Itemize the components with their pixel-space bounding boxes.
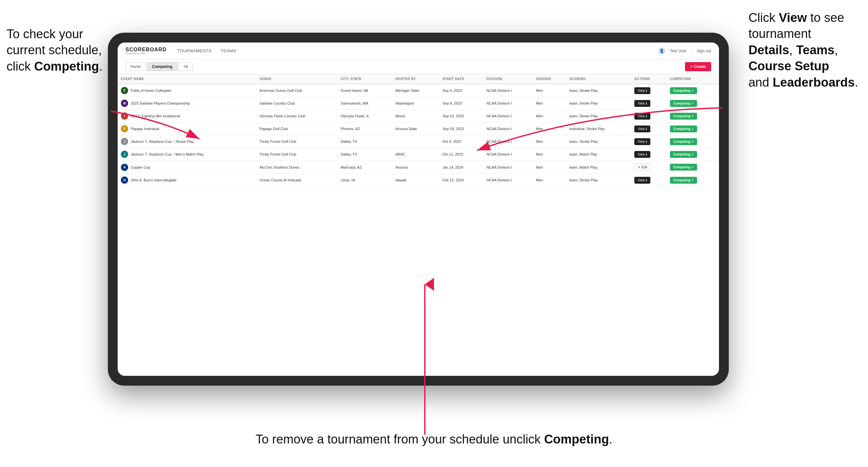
col-division: DIVISION xyxy=(483,74,533,84)
annotation-left: To check your current schedule, click Co… xyxy=(6,26,102,74)
competing-button-6[interactable]: Competing ✓ xyxy=(670,164,697,170)
nav-links: TOURNAMENTS TEAMS xyxy=(177,49,658,53)
event-name-cell-6: A Copper Cup xyxy=(118,161,256,174)
hosted-by-cell-5: ABAC xyxy=(392,148,439,161)
annotation-right-bold5: Leaderboards xyxy=(773,75,855,89)
hosted-by-cell-2: Illinois xyxy=(392,110,439,123)
nav-teams[interactable]: TEAMS xyxy=(221,49,236,53)
competing-button-0[interactable]: Competing ✓ xyxy=(670,87,697,94)
start-date-cell-5: Oct 11, 2023 xyxy=(439,148,483,161)
city-state-cell-5: Dallas, TX xyxy=(337,148,392,161)
start-date-cell-7: Feb 15, 2024 xyxy=(439,174,483,187)
scoring-cell-3: individual, Stroke Play xyxy=(566,123,631,135)
start-date-cell-1: Sep 9, 2023 xyxy=(439,97,483,110)
division-cell-4: NCAA Division I xyxy=(483,135,533,148)
gender-cell-5: Men xyxy=(533,148,566,161)
competing-cell-2: Competing ✓ xyxy=(667,110,719,123)
division-cell-3: NCAA Division I xyxy=(483,123,533,135)
table-row: H John A. Burns Intercollegiate Ocean Co… xyxy=(118,174,719,187)
tablet: SCOREBOARD Powered by clipp TOURNAMENTS … xyxy=(108,33,729,385)
event-name-text-4: Jackson T. Stephens Cup – Stroke Play xyxy=(131,139,194,144)
competing-button-3[interactable]: Competing ✓ xyxy=(670,125,697,132)
annotation-right-bold4: Course Setup xyxy=(748,59,829,73)
city-state-cell-3: Phoenix, AZ xyxy=(337,123,392,135)
nav-tournaments[interactable]: TOURNAMENTS xyxy=(177,49,212,53)
team-logo-5: J xyxy=(121,151,128,158)
venue-cell-1: Sahalee Country Club xyxy=(256,97,337,110)
actions-cell-4: View ℹ xyxy=(631,135,667,148)
table-header-row: EVENT NAME VENUE CITY, STATE HOSTED BY S… xyxy=(118,74,719,84)
view-button-4[interactable]: View ℹ xyxy=(634,138,650,145)
gender-cell-3: Men xyxy=(533,123,566,135)
table-body: F Folds of Honor Collegiate American Dun… xyxy=(118,84,719,187)
sign-out-link[interactable]: Sign out xyxy=(697,49,711,53)
gender-cell-7: Men xyxy=(533,174,566,187)
actions-cell-2: View ℹ xyxy=(631,110,667,123)
start-date-cell-4: Oct 9, 2023 xyxy=(439,135,483,148)
competing-button-5[interactable]: Competing ✓ xyxy=(670,151,697,158)
col-hosted-by: HOSTED BY xyxy=(392,74,439,84)
actions-cell-3: View ℹ xyxy=(631,123,667,135)
tab-competing[interactable]: Competing xyxy=(147,62,178,71)
user-name: Test User xyxy=(670,49,687,53)
venue-cell-2: Olympia Fields Country Club xyxy=(256,110,337,123)
col-event-name: EVENT NAME xyxy=(118,74,256,84)
gender-cell-1: Men xyxy=(533,97,566,110)
view-button-7[interactable]: View ℹ xyxy=(634,177,650,184)
annotation-right-bold1: View xyxy=(779,11,807,25)
competing-button-7[interactable]: Competing ✓ xyxy=(670,177,697,184)
tournaments-table: EVENT NAME VENUE CITY, STATE HOSTED BY S… xyxy=(118,74,719,187)
annotation-bottom-bold: Competing xyxy=(544,432,609,446)
toolbar: Home Competing All + Create xyxy=(118,60,719,74)
event-name-text-3: Papago Individual xyxy=(131,127,159,131)
venue-cell-4: Trinity Forest Golf Club xyxy=(256,135,337,148)
scoring-cell-6: team, Match Play xyxy=(566,161,631,174)
tab-all[interactable]: All xyxy=(179,62,193,71)
division-cell-0: NCAA Division I xyxy=(483,84,533,97)
hosted-by-cell-1: Washington xyxy=(392,97,439,110)
actions-cell-1: View ℹ xyxy=(631,97,667,110)
hosted-by-cell-0: Michigan State xyxy=(392,84,439,97)
view-button-2[interactable]: View ℹ xyxy=(634,113,650,120)
actions-cell-5: View ℹ xyxy=(631,148,667,161)
create-button[interactable]: + Create xyxy=(685,62,711,71)
competing-cell-3: Competing ✓ xyxy=(667,123,719,135)
annotation-left-bold: Competing xyxy=(34,60,99,73)
gender-cell-6: Men xyxy=(533,161,566,174)
col-actions: ACTIONS xyxy=(631,74,667,84)
view-button-5[interactable]: View ℹ xyxy=(634,151,650,158)
competing-button-2[interactable]: Competing ✓ xyxy=(670,113,697,120)
city-state-cell-1: Sammamish, WA xyxy=(337,97,392,110)
event-name-text-0: Folds of Honor Collegiate xyxy=(131,89,171,92)
start-date-cell-2: Sep 15, 2023 xyxy=(439,110,483,123)
col-city-state: CITY, STATE xyxy=(337,74,392,84)
start-date-cell-0: Sep 4, 2023 xyxy=(439,84,483,97)
division-cell-6: NCAA Division I xyxy=(483,161,533,174)
event-name-text-1: 2023 Sahalee Players Championship xyxy=(131,101,190,105)
logo-sub: Powered by clipp xyxy=(125,52,167,55)
scoring-cell-7: team, Stroke Play xyxy=(566,174,631,187)
tab-home[interactable]: Home xyxy=(125,62,146,71)
actions-cell-0: View ℹ xyxy=(631,84,667,97)
competing-cell-4: Competing ✓ xyxy=(667,135,719,148)
city-state-cell-6: Maricopa, AZ xyxy=(337,161,392,174)
start-date-cell-6: Jan 14, 2024 xyxy=(439,161,483,174)
annotation-left-text: To check your current schedule, click Co… xyxy=(6,27,102,73)
venue-cell-3: Papago Golf Club xyxy=(256,123,337,135)
view-button-0[interactable]: View ℹ xyxy=(634,87,650,94)
team-logo-0: F xyxy=(121,87,128,94)
edit-button-6[interactable]: ✏ Edit xyxy=(634,163,651,171)
view-button-1[interactable]: View ℹ xyxy=(634,100,650,107)
team-logo-2: I xyxy=(121,113,128,120)
city-state-cell-4: Dallas, TX xyxy=(337,135,392,148)
view-button-3[interactable]: View ℹ xyxy=(634,125,650,132)
competing-button-4[interactable]: Competing ✓ xyxy=(670,138,697,145)
event-name-cell-3: P Papago Individual xyxy=(118,123,256,135)
table-row: P Papago Individual Papago Golf ClubPhoe… xyxy=(118,123,719,135)
scoring-cell-4: team, Stroke Play xyxy=(566,135,631,148)
competing-cell-5: Competing ✓ xyxy=(667,148,719,161)
hosted-by-cell-3: Arizona State xyxy=(392,123,439,135)
competing-button-1[interactable]: Competing ✓ xyxy=(670,100,697,107)
annotation-right-bold3: Teams xyxy=(796,43,835,57)
event-name-text-6: Copper Cup xyxy=(131,165,150,169)
